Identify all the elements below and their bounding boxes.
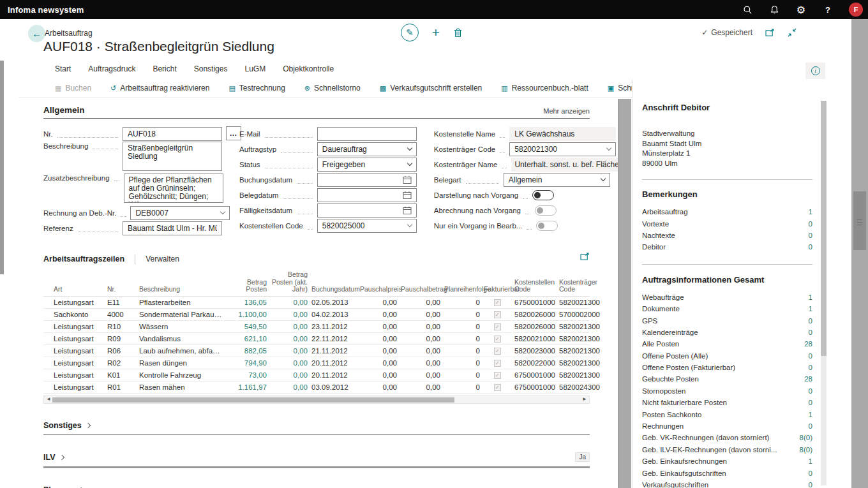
- section-planung[interactable]: Planung: [43, 485, 590, 488]
- cell-art[interactable]: Leistungsart: [54, 299, 98, 306]
- factbox-scrollbar-thumb[interactable]: [821, 101, 827, 356]
- action-bar-item[interactable]: ▦ Buchen: [55, 84, 91, 92]
- cell-kostentraeger-code[interactable]: 5820021300: [559, 299, 605, 306]
- email-input[interactable]: [317, 127, 417, 141]
- col-buchungsdatum[interactable]: Buchungsdatum: [311, 286, 360, 293]
- row-select-cell[interactable]: [98, 309, 107, 321]
- cue-value[interactable]: 0: [809, 387, 812, 395]
- table-row[interactable]: Leistungsart R01 Rasen mähen 1.161,97 0,…: [43, 381, 590, 394]
- cell-betrag-posten-jahr[interactable]: 0,00: [271, 347, 311, 355]
- cue-value[interactable]: 1: [809, 293, 812, 301]
- new-record-icon[interactable]: +: [430, 25, 442, 40]
- cell-art[interactable]: Leistungsart: [54, 371, 98, 379]
- back-button[interactable]: ←: [28, 25, 45, 42]
- cell-nr[interactable]: R06: [107, 347, 139, 355]
- ribbon-tab[interactable]: LuGM: [244, 64, 266, 78]
- action-bar-item[interactable]: ▤ Testrechnung: [228, 84, 285, 92]
- ribbon-tab[interactable]: Start: [55, 64, 71, 78]
- col-art[interactable]: Art: [54, 286, 98, 293]
- cell-betrag-posten[interactable]: 1.100,00: [226, 311, 271, 318]
- col-planreihenfolge[interactable]: Planreihenfolge: [444, 286, 484, 293]
- cell-betrag-posten[interactable]: 549,50: [226, 323, 271, 330]
- row-select-cell[interactable]: [98, 381, 107, 394]
- cell-buchungsdatum[interactable]: 20.11.2012: [311, 371, 360, 379]
- cell-art[interactable]: Leistungsart: [54, 335, 98, 343]
- table-row[interactable]: Leistungsart R10 Wässern 549,50 0,00 23.…: [43, 321, 590, 333]
- cell-kostenstellen-code[interactable]: 6750001000: [514, 299, 559, 306]
- col-kostentraeger-code[interactable]: Kostenträger Code: [559, 279, 605, 293]
- cell-beschreibung[interactable]: Kontrolle Fahrzeug: [139, 371, 226, 379]
- factbox-toggle-button[interactable]: i: [805, 63, 825, 79]
- cell-kostentraeger-code[interactable]: 5820021300: [559, 359, 605, 367]
- cell-planreihenfolge[interactable]: 0: [444, 323, 484, 330]
- table-row[interactable]: Leistungsart E11 Pflasterarbeiten 136,05…: [43, 297, 590, 309]
- content-scrollbar[interactable]: [618, 99, 631, 488]
- cell-betrag-posten[interactable]: 794,90: [226, 359, 271, 367]
- section-label-planung[interactable]: Planung: [43, 485, 75, 488]
- cell-pauschalpreis[interactable]: 0,00: [360, 299, 401, 306]
- cell-nr[interactable]: R02: [107, 359, 139, 367]
- manage-tab[interactable]: Verwalten: [146, 255, 179, 263]
- section-sonstiges[interactable]: Sonstiges: [43, 421, 590, 435]
- cell-kostentraeger-code[interactable]: 5820021300: [559, 335, 605, 343]
- action-bar-item[interactable]: ↺ Arbeitsauftrag reaktivieren: [110, 84, 209, 92]
- cell-pauschalpreis[interactable]: 0,00: [360, 323, 401, 330]
- cue-value[interactable]: 28: [804, 375, 812, 383]
- cue-value[interactable]: 0: [809, 317, 812, 325]
- cue-value[interactable]: 1: [809, 411, 812, 418]
- cell-art[interactable]: Leistungsart: [54, 323, 98, 330]
- table-row[interactable]: Leistungsart R02 Rasen düngen 794,90 0,0…: [43, 357, 590, 369]
- open-lines-in-window-icon[interactable]: [580, 253, 590, 261]
- cell-planreihenfolge[interactable]: 0: [444, 335, 484, 343]
- auftragsinfo-heading[interactable]: Auftragsinformationen Gesamt: [642, 275, 812, 285]
- cell-kostenstellen-code[interactable]: 5820026000: [514, 323, 559, 330]
- cell-planreihenfolge[interactable]: 0: [444, 383, 484, 391]
- table-row[interactable]: Leistungsart R09 Vandalismus 621,10 0,00…: [43, 333, 590, 345]
- notifications-icon[interactable]: [768, 4, 780, 15]
- cell-nr[interactable]: R09: [107, 335, 139, 343]
- cell-buchungsdatum[interactable]: 23.11.2012: [311, 323, 360, 330]
- cell-art[interactable]: Sachkonto: [54, 311, 98, 318]
- cell-nr[interactable]: R10: [107, 323, 139, 330]
- cue-value[interactable]: 1: [809, 457, 812, 465]
- horizontal-scrollbar-thumb[interactable]: [52, 397, 454, 403]
- cell-betrag-posten[interactable]: 882,05: [226, 347, 271, 355]
- cell-kostenstellen-code[interactable]: 5820023000: [514, 347, 559, 355]
- cue-value[interactable]: 0: [809, 481, 812, 488]
- cue-value[interactable]: 0: [809, 352, 812, 360]
- cell-beschreibung[interactable]: Laub aufnehmen, abfahren: [139, 347, 226, 355]
- col-nr[interactable]: Nr.: [107, 286, 139, 293]
- scroll-left-arrow-icon[interactable]: ◄: [46, 397, 51, 402]
- cell-betrag-posten[interactable]: 1.161,97: [226, 383, 271, 391]
- show-more-link[interactable]: Mehr anzeigen: [543, 107, 590, 115]
- row-select-cell[interactable]: [98, 357, 107, 369]
- cell-pauschalpreis[interactable]: 0,00: [360, 347, 401, 355]
- search-icon[interactable]: [742, 4, 753, 15]
- row-select-cell[interactable]: [98, 369, 107, 381]
- cell-planreihenfolge[interactable]: 0: [444, 347, 484, 355]
- lines-tab[interactable]: Arbeitsauftragszeilen: [43, 255, 124, 263]
- nr-input[interactable]: [123, 127, 222, 141]
- col-pauschalpreis[interactable]: Pauschalpreis: [360, 286, 401, 293]
- section-label-sonstiges[interactable]: Sonstiges: [43, 421, 82, 430]
- delete-trash-icon[interactable]: [453, 27, 463, 38]
- auftragstyp-select[interactable]: Dauerauftrag: [317, 142, 417, 156]
- cell-kostentraeger-code[interactable]: 5820024300: [559, 383, 605, 391]
- cell-kostenstellen-code[interactable]: 6750001000: [514, 371, 559, 379]
- col-pauschalbetrag[interactable]: Pauschalbetrag: [401, 286, 444, 293]
- cue-value[interactable]: 8(0): [800, 446, 812, 454]
- cell-betrag-posten-jahr[interactable]: 0,00: [271, 311, 311, 318]
- cell-betrag-posten-jahr[interactable]: 0,00: [271, 299, 311, 306]
- action-bar-item[interactable]: ⊗ Schnellstorno: [304, 84, 361, 92]
- ribbon-tab[interactable]: Auftragsdruck: [88, 64, 135, 78]
- status-select[interactable]: Freigegeben: [317, 158, 417, 172]
- ribbon-tab[interactable]: Bericht: [153, 64, 176, 78]
- cell-buchungsdatum[interactable]: 20.11.2012: [311, 359, 360, 367]
- cell-beschreibung[interactable]: Sondermaterial Parkausst...: [139, 311, 226, 318]
- open-in-window-icon[interactable]: [765, 29, 775, 37]
- buchungsdatum-datepicker[interactable]: [317, 173, 417, 187]
- cue-value[interactable]: 0: [809, 220, 812, 228]
- collapse-window-icon[interactable]: [788, 28, 797, 37]
- user-avatar[interactable]: F: [849, 3, 863, 17]
- cell-kostenstellen-code[interactable]: 5820022000: [514, 359, 559, 367]
